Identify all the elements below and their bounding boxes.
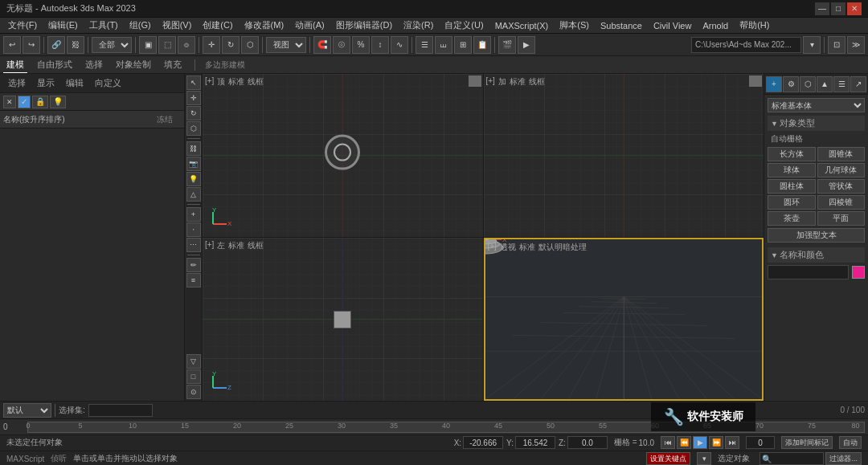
render[interactable]: ▶ [518,36,535,54]
subtab-fill[interactable]: 填充 [161,57,185,72]
move-tool[interactable]: ✛ [203,36,220,54]
viewport-mode-select[interactable]: 默认 [3,403,51,418]
view-dropdown[interactable]: 视图 [266,37,306,53]
menu-custom[interactable]: 自定义(U) [440,18,488,32]
obj-type-title[interactable]: 对象类型 [768,116,865,131]
lasso-tool[interactable]: ⌾ [178,36,195,54]
menu-animation[interactable]: 动画(A) [290,18,330,32]
undo-button[interactable]: ↩ [3,36,21,54]
vp-wire-front[interactable]: 线框 [529,76,545,88]
menu-arnold[interactable]: Arnold [698,20,733,31]
menu-modifier[interactable]: 修改器(M) [240,18,289,32]
vp-shade-persp[interactable]: 默认明暗处理 [538,242,587,253]
add-key-btn[interactable]: 添加时间标记 [781,436,833,449]
vp-display-top[interactable]: 标准 [228,76,244,88]
lp-tab-select[interactable]: 选择 [3,75,31,91]
expand-btn[interactable]: ≫ [847,36,865,54]
primitive-type-dropdown[interactable]: 标准基本体 [768,98,865,112]
btn-cylinder[interactable]: 圆柱体 [768,179,816,194]
select-all-dropdown[interactable]: 全部 [92,37,132,53]
vp-plus-left[interactable]: [+] [205,240,214,251]
subtab-select[interactable]: 选择 [82,57,106,72]
y-input[interactable] [515,436,555,449]
select-tool[interactable]: ▣ [139,36,157,54]
select-region[interactable]: ⬚ [158,36,176,54]
lp-tab-custom[interactable]: 向定义 [90,75,126,91]
ss-move[interactable]: ✛ [186,91,201,105]
ss-helper[interactable]: + [186,207,201,222]
color-swatch[interactable] [852,266,865,279]
rp-icon-display[interactable]: ☰ [833,76,850,92]
rotate-tool[interactable]: ↻ [222,36,240,54]
menu-group[interactable]: 组(G) [125,18,156,32]
snap-toggle[interactable]: 🧲 [313,36,331,54]
menu-edit[interactable]: 编辑(E) [43,18,83,32]
maximize-button[interactable]: □ [831,2,845,15]
ss-particle[interactable]: ⋯ [186,238,201,252]
lp-tab-edit[interactable]: 编辑 [61,75,88,91]
path-browse[interactable]: ▾ [803,36,821,54]
subtab-paint[interactable]: 对象绘制 [113,57,154,72]
mirror[interactable]: ⧢ [435,36,452,54]
vp-display-left[interactable]: 标准 [228,240,244,251]
render-btn-2[interactable]: ⊡ [828,36,845,54]
pb-first[interactable]: ⏮ [661,436,675,449]
search-input[interactable] [760,452,824,465]
name-color-title[interactable]: 名称和颜色 [768,247,865,263]
menu-tools[interactable]: 工具(T) [84,18,123,32]
scene-check-btn[interactable]: ✓ [18,96,31,108]
scene-filter-btn[interactable]: ✕ [3,96,16,108]
btn-torus[interactable]: 圆环 [768,195,816,210]
vp-plus-persp[interactable]: [+] [488,242,497,253]
ss-camera[interactable]: 📷 [186,157,201,171]
ss-select[interactable]: ↖ [186,75,201,90]
ss-space[interactable]: ⬝ [186,222,201,237]
btn-tube[interactable]: 管状体 [817,179,866,194]
ss-scale[interactable]: ⬡ [186,121,201,136]
pb-next[interactable]: ⏩ [709,436,723,449]
pb-last[interactable]: ⏭ [725,436,739,449]
vp-view-name-left[interactable]: 左 [217,240,225,251]
btn-sphere[interactable]: 球体 [768,163,816,177]
lp-tab-display[interactable]: 显示 [32,75,59,91]
btn-text[interactable]: 加强型文本 [768,228,865,243]
ss-light[interactable]: 💡 [186,172,201,186]
menu-civil-view[interactable]: Civil View [649,20,696,31]
set-keys-btn[interactable]: 设置关键点 [646,452,690,465]
layer-mgr[interactable]: 📋 [473,36,491,54]
viewport-perspective[interactable]: X Y Z [+] 透视 标准 [484,238,764,401]
vp-plus-top[interactable]: [+] [205,76,214,88]
menu-substance[interactable]: Substance [596,20,647,31]
vp-display-front[interactable]: 标准 [510,76,526,88]
btn-box[interactable]: 长方体 [768,147,816,161]
ss-bottom1[interactable]: ▽ [186,354,201,369]
rp-icon-utility[interactable]: ↗ [850,76,866,92]
vp-wire-left[interactable]: 线框 [248,240,264,251]
path-field[interactable] [691,37,801,53]
auto-key-btn[interactable]: 自动 [839,436,862,449]
vp-display-persp[interactable]: 标准 [519,242,535,253]
viewport-top[interactable]: X Y [+] 顶 标准 线框 [203,74,483,237]
rp-icon-create[interactable]: + [766,76,782,92]
viewport-front[interactable]: [+] 加 标准 线框 [484,74,764,237]
scale-tool[interactable]: ⬡ [241,36,259,54]
subtab-modeling[interactable]: 建模 [3,57,27,73]
menu-script[interactable]: 脚本(S) [555,18,594,32]
nav-gizmo-top[interactable] [325,134,360,169]
menu-render[interactable]: 渲染(R) [399,18,438,32]
obj-name-input[interactable] [768,265,849,279]
ss-paint[interactable]: ✏ [186,258,201,272]
percent-snap[interactable]: % [352,36,370,54]
ss-rotate[interactable]: ↻ [186,106,201,120]
filter-select-btn[interactable]: 过滤器... [825,452,862,465]
select-set-input[interactable] [88,404,153,417]
vp-plus-front[interactable]: [+] [486,76,495,88]
x-input[interactable] [463,436,503,449]
menu-help[interactable]: 帮助(H) [735,18,774,32]
frame-input[interactable] [746,436,775,449]
close-button[interactable]: ✕ [847,2,862,15]
vp-view-name-front[interactable]: 加 [498,76,506,88]
vp-view-name-top[interactable]: 顶 [217,76,225,88]
minimize-button[interactable]: — [815,2,829,15]
z-input[interactable] [567,436,608,449]
